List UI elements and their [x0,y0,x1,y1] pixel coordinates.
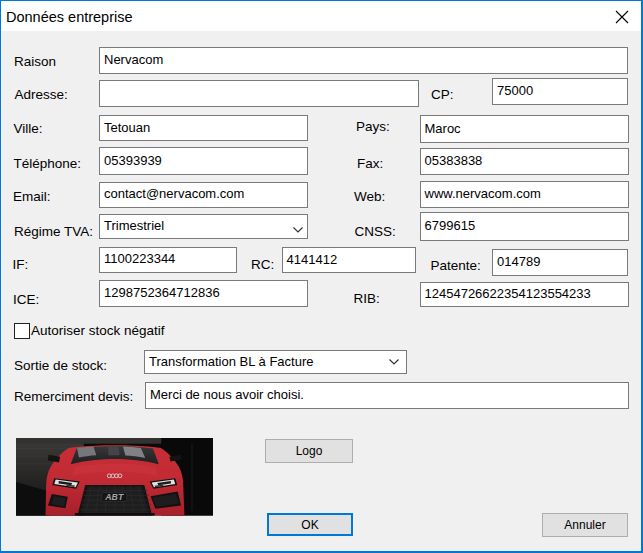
svg-text:ABT: ABT [104,492,124,502]
